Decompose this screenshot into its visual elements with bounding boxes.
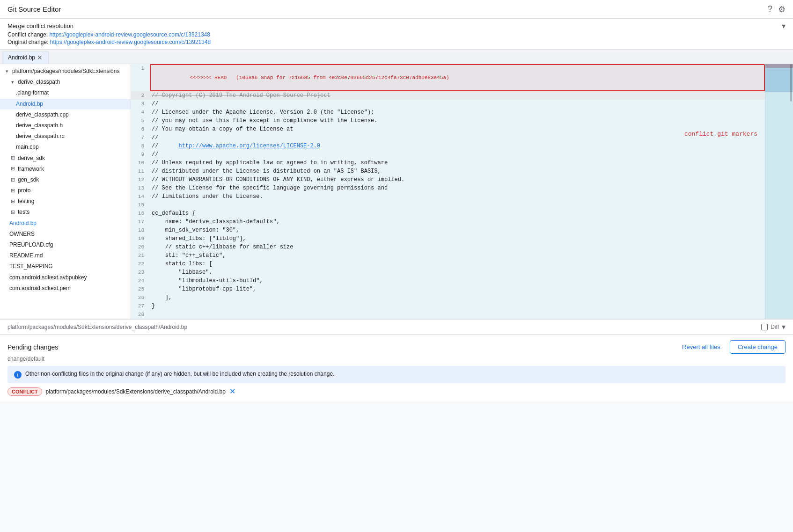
code-line-10: 10 // Unless required by applicable law … <box>131 159 765 167</box>
selected-file-label: Android.bp <box>16 100 43 109</box>
code-editor[interactable]: conflict git markers 1 <<<<<<< HEAD (105… <box>131 64 765 319</box>
tree-root[interactable]: ▾ platform/packages/modules/SdkExtension… <box>0 66 131 77</box>
folder-collapsed-icon-3: ⊞ <box>9 176 16 184</box>
tab-close-icon[interactable]: ✕ <box>37 54 43 61</box>
pending-title: Pending changes <box>7 343 58 351</box>
tree-folder-tests[interactable]: ⊞ tests <box>0 207 131 218</box>
tree-folder-testing[interactable]: ⊞ testing <box>0 196 131 207</box>
tree-file-avbpubkey[interactable]: com.android.sdkext.avbpubkey <box>0 272 131 283</box>
code-line-16: 16 cc_defaults { <box>131 209 765 218</box>
tree-file-clang-format[interactable]: .clang-format <box>0 87 131 98</box>
tree-file-main-cpp[interactable]: main.cpp <box>0 142 131 153</box>
folder-collapsed-icon-6: ⊞ <box>9 208 16 217</box>
diff-checkbox[interactable] <box>761 324 768 330</box>
settings-icon[interactable]: ⚙ <box>778 4 786 15</box>
header-icons: ? ⚙ <box>768 4 786 15</box>
tree-file-pem[interactable]: com.android.sdkext.pem <box>0 283 131 294</box>
folder-collapsed-icon-4: ⊞ <box>9 187 16 195</box>
code-line-5: 5 // you may not use this file except in… <box>131 117 765 125</box>
tree-folder-derive-classpath[interactable]: ▾ derive_classpath <box>0 77 131 87</box>
tree-folder-proto[interactable]: ⊞ proto <box>0 185 131 196</box>
tree-folder-framework[interactable]: ⊞ framework <box>0 164 131 175</box>
original-change-link[interactable]: https://googleplex-android-review.google… <box>50 39 211 45</box>
code-line-26: 26 ], <box>131 293 765 302</box>
folder-expand-icon: ▾ <box>9 78 16 87</box>
conflict-annotation-label: conflict git markers <box>684 131 757 138</box>
folder-collapsed-icon-5: ⊞ <box>9 197 16 206</box>
license-url-link[interactable]: http://www.apache.org/licenses/LICENSE-2… <box>179 143 320 149</box>
info-box: i Other non-conflicting files in the ori… <box>7 366 786 383</box>
code-line-20: 20 // static c++/libbase for smaller siz… <box>131 243 765 251</box>
code-line-8: 8 // http://www.apache.org/licenses/LICE… <box>131 142 765 150</box>
tree-file-test-mapping[interactable]: TEST_MAPPING <box>0 261 131 272</box>
conflict-change-row: Conflict change: https://googleplex-andr… <box>7 31 786 38</box>
info-text: Other non-conflicting files in the origi… <box>25 371 334 377</box>
tree-file-derive-h[interactable]: derive_classpath.h <box>0 120 131 131</box>
testing-label: testing <box>18 197 34 206</box>
app-header: Git Source Editor ? ⚙ <box>0 0 793 19</box>
code-line-19: 19 shared_libs: ["liblog"], <box>131 234 765 243</box>
code-line-21: 21 stl: "c++_static", <box>131 251 765 260</box>
tree-folder-gen-sdk[interactable]: ⊞ gen_sdk <box>0 175 131 185</box>
help-icon[interactable]: ? <box>768 4 772 14</box>
file-path: platform/packages/modules/SdkExtensions/… <box>7 324 187 330</box>
code-line-23: 23 "libbase", <box>131 268 765 277</box>
conflict-change-link[interactable]: https://googleplex-android-review.google… <box>49 31 210 38</box>
conflict-file-path: platform/packages/modules/SdkExtensions/… <box>46 388 226 395</box>
code-line-7: 7 // <box>131 133 765 142</box>
conflict-close-icon[interactable]: ✕ <box>229 387 235 396</box>
diff-dropdown-icon[interactable]: ▾ <box>782 322 786 331</box>
tab-label: Android.bp <box>8 54 35 61</box>
framework-label: framework <box>18 165 44 174</box>
pending-actions: Revert all files Create change <box>676 340 786 354</box>
tree-root-label: platform/packages/modules/SdkExtensions <box>12 67 119 76</box>
tree-file-owners[interactable]: OWNERS <box>0 229 131 240</box>
code-line-25: 25 "libprotobuf-cpp-lite", <box>131 285 765 293</box>
revert-all-button[interactable]: Revert all files <box>676 341 726 353</box>
conflict-badge: CONFLICT <box>7 387 42 396</box>
create-change-button[interactable]: Create change <box>730 340 786 354</box>
tree-link-android-bp[interactable]: Android.bp <box>0 218 131 229</box>
code-line-28: 28 <box>131 310 765 319</box>
pending-header: Pending changes Revert all files Create … <box>7 340 786 354</box>
conflict-bar: Merge conflict resolution ▾ Conflict cha… <box>0 19 793 50</box>
minimap-scrollbar[interactable] <box>790 64 792 102</box>
tab-bar: Android.bp ✕ <box>0 50 793 64</box>
code-lines: 1 <<<<<<< HEAD (1058a6 Snap for 7216685 … <box>131 64 765 319</box>
status-bar: platform/packages/modules/SdkExtensions/… <box>0 319 793 335</box>
tree-file-derive-rc[interactable]: derive_classpath.rc <box>0 131 131 142</box>
file-tree: ▾ platform/packages/modules/SdkExtension… <box>0 64 131 319</box>
conflict-bar-title: Merge conflict resolution <box>7 22 73 29</box>
code-line-22: 22 static_libs: [ <box>131 260 765 268</box>
code-line-9: 9 // <box>131 150 765 159</box>
tree-file-derive-cpp[interactable]: derive_classpath.cpp <box>0 109 131 120</box>
code-line-2: 2 // Copyright (C) 2019 The Android Open… <box>131 91 765 100</box>
bottom-panel: Pending changes Revert all files Create … <box>0 335 793 401</box>
folder-collapsed-icon: ⊞ <box>9 154 16 162</box>
tree-file-android-bp-selected[interactable]: Android.bp <box>0 99 131 109</box>
collapse-icon: ▾ <box>4 67 10 76</box>
chevron-down-icon[interactable]: ▾ <box>782 22 786 30</box>
change-label: change/default <box>7 356 786 362</box>
original-change-row: Original change: https://googleplex-andr… <box>7 39 786 45</box>
code-line-12: 12 // WITHOUT WARRANTIES OR CONDITIONS O… <box>131 175 765 184</box>
code-line-6: 6 // You may obtain a copy of the Licens… <box>131 125 765 133</box>
code-line-4: 4 // Licensed under the Apache License, … <box>131 108 765 117</box>
tree-file-preupload[interactable]: PREUPLOAD.cfg <box>0 240 131 250</box>
code-line-27: 27 } <box>131 302 765 310</box>
code-line-15: 15 <box>131 201 765 209</box>
conflict-file-row: CONFLICT platform/packages/modules/SdkEx… <box>7 387 786 396</box>
app-title: Git Source Editor <box>7 5 61 13</box>
code-line-11: 11 // distributed under the License is d… <box>131 167 765 175</box>
code-line-17: 17 name: "derive_classpath-defaults", <box>131 218 765 226</box>
minimap[interactable] <box>765 64 793 319</box>
minimap-viewport <box>765 64 793 92</box>
tree-file-readme[interactable]: README.md <box>0 250 131 261</box>
tab-android-bp[interactable]: Android.bp ✕ <box>2 51 49 64</box>
code-line-18: 18 min_sdk_version: "30", <box>131 226 765 234</box>
code-line-14: 14 // limitations under the License. <box>131 192 765 201</box>
info-icon: i <box>14 371 22 379</box>
tree-folder-derive-sdk[interactable]: ⊞ derive_sdk <box>0 153 131 164</box>
diff-toggle[interactable]: Diff ▾ <box>761 322 786 331</box>
code-line-1: 1 <<<<<<< HEAD (1058a6 Snap for 7216685 … <box>131 64 765 91</box>
